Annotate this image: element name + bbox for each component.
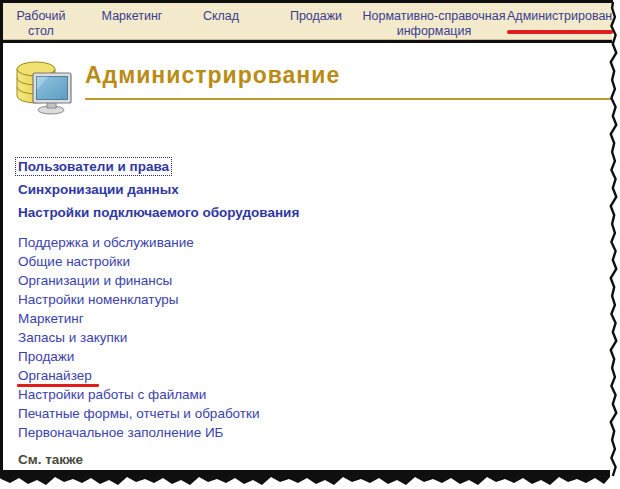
link-label: Запасы и закупки — [18, 328, 127, 347]
link-label: Синхронизации данных — [18, 182, 179, 197]
page-title-rule — [85, 98, 612, 100]
link-item[interactable]: Продажи — [18, 347, 259, 366]
computer-monitor — [33, 73, 71, 114]
see-also-label: См. также — [18, 452, 83, 467]
link-label: Маркетинг — [18, 309, 84, 328]
link-item[interactable]: Печатные формы, отчеты и обработки — [18, 404, 259, 423]
link-label: Организации и финансы — [18, 271, 172, 290]
link-label: Печатные формы, отчеты и обработки — [18, 404, 259, 423]
link-label: Настройки номенклатуры — [18, 290, 178, 309]
link-label: Поддержка и обслуживание — [18, 233, 194, 252]
link-item[interactable]: Пользователи и права — [18, 155, 299, 178]
tab-item[interactable]: Продажи — [281, 9, 351, 24]
link-item[interactable]: Органайзер — [18, 366, 259, 385]
link-item[interactable]: Синхронизации данных — [18, 178, 299, 201]
torn-edge-top — [0, 0, 613, 3]
annotation-red-underline-tab — [507, 30, 613, 34]
tab-item[interactable]: Маркетинг — [91, 9, 173, 24]
torn-edge-left — [0, 0, 3, 474]
tab-item[interactable]: Администрирование — [507, 9, 612, 24]
link-item[interactable]: Настройки работы с файлами — [18, 385, 259, 404]
link-item[interactable]: Первоначальное заполнение ИБ — [18, 423, 259, 442]
page-title: Администрирование — [85, 62, 340, 89]
link-label: Общие настройки — [18, 252, 130, 271]
primary-links-list: Пользователи и праваСинхронизации данных… — [18, 155, 299, 224]
link-item[interactable]: Маркетинг — [18, 309, 259, 328]
tab-item[interactable]: Склад — [189, 9, 253, 24]
link-item[interactable]: Настройки подключаемого оборудования — [18, 201, 299, 224]
link-label: Первоначальное заполнение ИБ — [18, 423, 223, 442]
admin-panel-content: Администрирование Пользователи и праваСи… — [3, 43, 612, 470]
secondary-links-list: Поддержка и обслуживаниеОбщие настройкиО… — [18, 233, 259, 442]
application-window: Рабочий столМаркетингСкладПродажиНормати… — [0, 0, 620, 489]
tab-item[interactable]: Рабочий стол — [11, 9, 71, 39]
link-item[interactable]: Настройки номенклатуры — [18, 290, 259, 309]
link-item[interactable]: Поддержка и обслуживание — [18, 233, 259, 252]
link-label: Органайзер — [18, 366, 92, 385]
section-tabs-bar: Рабочий столМаркетингСкладПродажиНормати… — [3, 3, 612, 40]
link-item[interactable]: Организации и финансы — [18, 271, 259, 290]
link-label: Продажи — [18, 347, 74, 366]
link-label: Настройки работы с файлами — [18, 385, 206, 404]
tab-item[interactable]: Нормативно-справочная информация — [359, 9, 509, 39]
link-label: Настройки подключаемого оборудования — [18, 205, 299, 220]
link-item[interactable]: Общие настройки — [18, 252, 259, 271]
link-item[interactable]: Запасы и закупки — [18, 328, 259, 347]
database-computer-icon — [14, 59, 72, 115]
link-label: Пользователи и права — [15, 157, 172, 176]
